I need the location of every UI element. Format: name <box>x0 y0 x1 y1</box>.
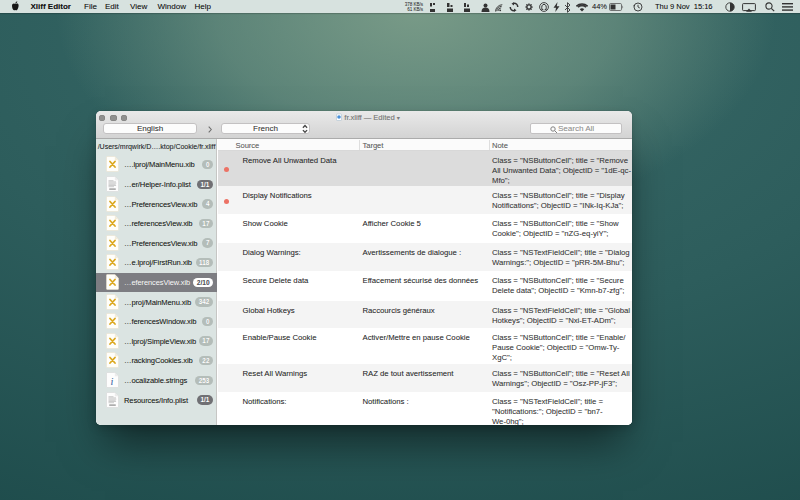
svg-text:i: i <box>111 376 114 387</box>
